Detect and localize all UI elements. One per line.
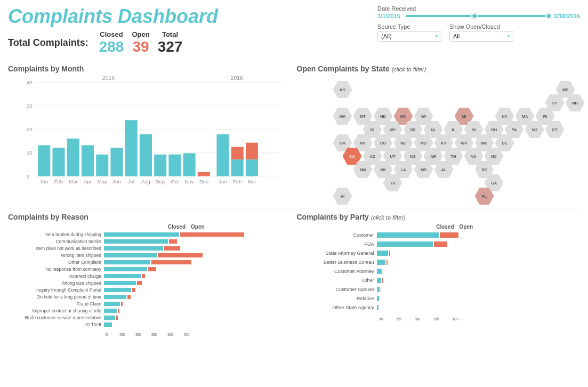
party-bar-row: Better Business Bureau [297, 259, 581, 265]
month-chart-title: Complaints by Month [8, 64, 292, 73]
svg-rect-38 [231, 159, 244, 176]
total-header: Total [162, 30, 178, 38]
svg-text:Mar: Mar [247, 179, 256, 184]
header-row: Complaints Dashboard Total Complaints: C… [8, 5, 580, 55]
reason-bar-row: Other Complaint [8, 259, 292, 265]
svg-text:0: 0 [27, 173, 29, 179]
svg-rect-26 [140, 134, 152, 176]
svg-text:Nov: Nov [185, 179, 194, 184]
svg-text:2016: 2016 [231, 76, 243, 81]
hex-state-wa[interactable]: WA [333, 108, 352, 125]
svg-text:40: 40 [168, 332, 173, 337]
dashboard-title: Complaints Dashboard [8, 5, 218, 28]
party-bar-row: Other [297, 277, 581, 284]
svg-text:Jan: Jan [219, 179, 227, 184]
state-map-section: Open Complaints by State (click to filte… [297, 64, 581, 204]
show-filter-group: Show Open/Closed All [449, 23, 513, 42]
hex-state-al[interactable]: AL [434, 161, 454, 178]
total-value: 327 [158, 38, 183, 55]
reason-bar-row: Communication tactics [8, 238, 292, 244]
svg-rect-14 [52, 148, 65, 176]
date-start: 1/1/2015 [377, 13, 400, 19]
svg-text:25: 25 [397, 317, 401, 321]
reason-bar-row: Wrong size shipped [8, 280, 292, 286]
svg-rect-32 [183, 153, 196, 176]
svg-text:20: 20 [136, 332, 141, 337]
reason-bar-row: Rude customer service representative [8, 315, 292, 320]
svg-rect-12 [38, 145, 50, 176]
month-chart-svg: 40 30 20 10 0 2015 2016 [8, 76, 292, 193]
svg-text:Apr: Apr [84, 179, 92, 184]
month-chart-container: 40 30 20 10 0 2015 2016 [8, 76, 292, 193]
title-stats-block: Complaints Dashboard Total Complaints: C… [8, 5, 218, 55]
svg-text:50: 50 [415, 317, 420, 321]
svg-rect-41 [246, 159, 258, 176]
reason-bar-row: Item broken during shipping [8, 231, 292, 237]
hex-map[interactable]: AKMEVTNHWAMTNDMNWIMINYMARIIDWYSDIAILINOH… [297, 76, 581, 204]
source-filter-group: Source Type (All) [377, 23, 441, 42]
svg-rect-36 [216, 134, 229, 176]
hex-state-nj[interactable]: NJ [525, 121, 544, 138]
party-chart-title: Complaints by Party (click to filter) [297, 213, 581, 221]
reason-bar-row: Item does not work as described [8, 245, 292, 251]
svg-text:Sep: Sep [156, 179, 165, 184]
reason-chart-wrapper: ClosedOpenItem broken during shippingCom… [8, 224, 292, 337]
svg-text:75: 75 [434, 317, 439, 321]
total-stat: Total 327 [158, 30, 183, 55]
svg-rect-20 [96, 155, 108, 176]
show-select-wrapper[interactable]: All [449, 31, 513, 42]
svg-text:10: 10 [27, 150, 32, 156]
date-range-row: 1/1/2015 3/18/2016 [377, 13, 580, 19]
reason-chart-section: Complaints by Reason ClosedOpenItem brok… [8, 213, 292, 337]
svg-text:30: 30 [152, 332, 157, 337]
open-value: 39 [132, 38, 149, 55]
hex-state-ms[interactable]: MS [414, 161, 433, 178]
party-chart-section: Complaints by Party (click to filter) Cl… [297, 213, 581, 337]
party-chart-wrapper: ClosedOpenCustomerFDAState Attorney Gene… [297, 224, 581, 322]
svg-text:May: May [98, 179, 107, 184]
party-bar-row: State Attorney General [297, 249, 581, 256]
filters-block: Date Received 1/1/2015 3/18/2016 Source … [377, 5, 580, 42]
svg-text:Dec: Dec [199, 179, 208, 184]
source-select[interactable]: (All) [377, 31, 441, 42]
month-chart-section: Complaints by Month 40 30 20 10 0 [8, 64, 292, 204]
filter-row: Source Type (All) Show Open/Closed All [377, 23, 580, 42]
hex-state-nh[interactable]: NH [566, 94, 585, 111]
hex-state-ak[interactable]: AK [333, 81, 352, 98]
hex-state-nm[interactable]: NM [353, 161, 373, 178]
hex-state-hi[interactable]: HI [333, 188, 352, 205]
svg-text:10: 10 [120, 332, 125, 337]
reason-chart-title: Complaints by Reason [8, 213, 292, 221]
svg-rect-16 [67, 139, 79, 176]
party-bar-row: Relative [297, 295, 581, 302]
date-slider[interactable] [406, 15, 549, 17]
svg-text:Feb: Feb [54, 179, 63, 184]
reason-bar-row: Incorrect charge [8, 273, 292, 279]
party-bar-row: Customer Spouse [297, 286, 581, 293]
svg-text:40: 40 [27, 79, 32, 85]
stats-grid: Closed 288 Open 39 Total 327 [99, 30, 183, 55]
bottom-grid: Complaints by Reason ClosedOpenItem brok… [8, 213, 580, 337]
hex-state-fl[interactable]: FL [475, 188, 494, 205]
closed-value: 288 [99, 38, 124, 55]
svg-rect-22 [110, 148, 123, 176]
reason-bar-row: Wrong item shipped [8, 252, 292, 258]
svg-text:50: 50 [184, 332, 189, 337]
svg-text:Jan: Jan [40, 179, 48, 184]
hex-state-ct[interactable]: CT [545, 121, 565, 138]
svg-text:0: 0 [380, 317, 382, 321]
closed-stat: Closed 288 [99, 30, 124, 55]
open-header: Open [132, 30, 149, 38]
svg-text:0: 0 [106, 332, 108, 337]
hex-state-tx[interactable]: TX [383, 174, 402, 191]
reason-bar-row: ID Theft [8, 321, 292, 327]
svg-text:Oct: Oct [171, 179, 179, 184]
reason-bar-row: Inquiry through Complaint Portal [8, 287, 292, 293]
svg-rect-30 [168, 155, 181, 176]
show-select[interactable]: All [449, 31, 513, 42]
svg-text:30: 30 [27, 103, 32, 109]
party-bar-row: Customer [297, 231, 581, 238]
svg-text:100: 100 [452, 317, 459, 321]
date-label: Date Received [377, 5, 580, 12]
source-select-wrapper[interactable]: (All) [377, 31, 441, 42]
